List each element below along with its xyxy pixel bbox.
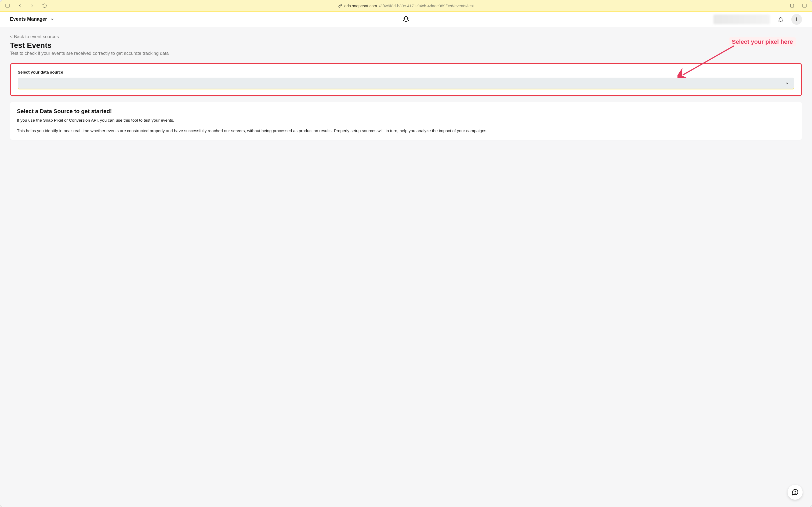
reload-icon[interactable]	[42, 3, 47, 8]
forward-icon	[30, 3, 35, 8]
avatar-initial: I	[796, 17, 797, 22]
info-card-title: Select a Data Source to get started!	[17, 108, 795, 114]
notifications-button[interactable]	[775, 14, 786, 25]
address-bar[interactable]: ads.snapchat.com/3f4c9f8d-b39c-4171-94cb…	[338, 3, 474, 8]
main-content: Select your pixel here < Back to event s…	[0, 27, 812, 507]
data-source-select[interactable]	[18, 77, 794, 90]
svg-point-7	[795, 493, 795, 493]
account-selector[interactable]	[713, 14, 770, 24]
chevron-down-icon	[50, 17, 55, 21]
browser-toolbar: ads.snapchat.com/3f4c9f8d-b39c-4171-94cb…	[0, 0, 812, 11]
page-title: Test Events	[10, 41, 802, 50]
back-icon[interactable]	[17, 3, 22, 8]
data-source-label: Select your data source	[18, 70, 794, 74]
back-link[interactable]: < Back to event sources	[10, 34, 802, 40]
annotation-callout: Select your pixel here	[729, 37, 796, 47]
app-title: Events Manager	[10, 16, 47, 22]
window-viewport: ads.snapchat.com/3f4c9f8d-b39c-4171-94cb…	[0, 0, 812, 507]
url-path: /3f4c9f8d-b39c-4171-94cb-4daae089f9ed/ev…	[379, 3, 474, 8]
info-card: Select a Data Source to get started! If …	[10, 102, 802, 140]
svg-rect-0	[6, 4, 9, 7]
url-domain: ads.snapchat.com	[344, 3, 377, 8]
help-chat-icon	[791, 489, 799, 496]
info-card-p1: If you use the Snap Pixel or Conversion …	[17, 117, 795, 123]
svg-rect-5	[803, 4, 806, 7]
annotation-text: Select your pixel here	[729, 37, 796, 47]
sidebar-toggle-icon[interactable]	[5, 3, 10, 8]
app-header: Events Manager I	[0, 11, 812, 27]
avatar[interactable]: I	[791, 14, 802, 25]
data-source-card: Select your data source	[10, 63, 802, 96]
info-card-p2: This helps you identify in near-real tim…	[17, 127, 795, 134]
help-button[interactable]	[788, 485, 803, 500]
link-icon	[338, 4, 342, 8]
panel-right-icon[interactable]	[802, 3, 807, 8]
app-title-dropdown[interactable]: Events Manager	[10, 16, 55, 22]
chevron-down-icon	[785, 81, 790, 86]
reader-icon[interactable]	[790, 3, 795, 8]
snapchat-logo-icon[interactable]	[402, 15, 410, 23]
page-subtitle: Test to check if your events are receive…	[10, 51, 802, 56]
